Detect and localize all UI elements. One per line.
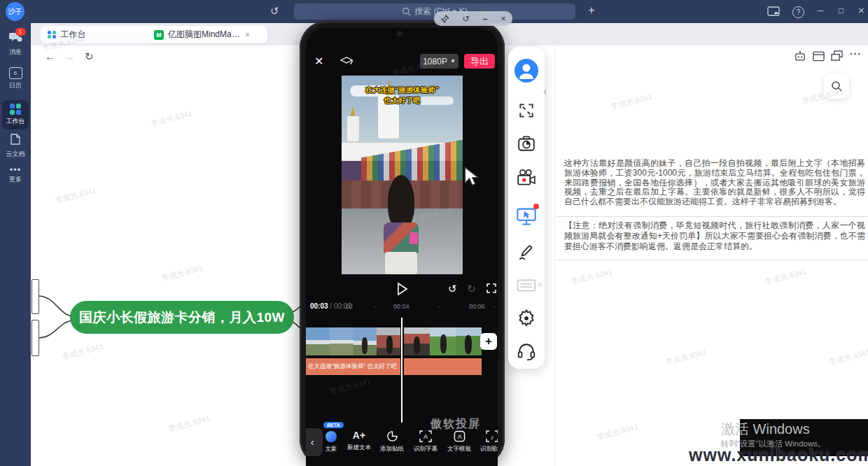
window-maximize-button[interactable]: □: [839, 6, 844, 16]
workbench-icon: [10, 104, 21, 115]
chevron-down-icon: ▼: [450, 58, 456, 64]
tool-auto-captions[interactable]: A 识别字幕: [410, 430, 442, 453]
help-icon[interactable]: ?: [792, 6, 804, 18]
ruler-dot: ·: [493, 303, 496, 310]
editor-close-icon[interactable]: ✕: [314, 55, 323, 68]
sidebar-item-more[interactable]: ••• 更多: [0, 167, 31, 184]
mindmap-note-paragraph-1[interactable]: 这种方法最好是颜值高的妹子，自己拍一段自拍视频，最后附上文字（本地招募旅游体验师…: [564, 159, 865, 207]
subtitle-segment-1[interactable]: 在大连做“旅游体验师” 也太好了吧: [306, 358, 400, 375]
timeline-clip-1[interactable]: [306, 327, 400, 355]
account-button[interactable]: [508, 59, 545, 83]
phone-camera-dot: [397, 31, 402, 36]
tab-mindmaster[interactable]: M 亿图脑图MindMaster ×: [148, 26, 267, 43]
calendar-icon: 6: [9, 67, 22, 79]
copywriting-icon: [326, 431, 337, 442]
export-button[interactable]: 导出: [464, 54, 495, 69]
fullscreen-preview-icon[interactable]: [486, 283, 496, 296]
mindmap-central-topic[interactable]: 国庆小长假旅游卡分销，月入10W: [70, 301, 294, 334]
settings-gear-icon[interactable]: [508, 309, 545, 328]
lyrics-recognize-icon: ♪: [486, 430, 498, 442]
ruler-dot: ·: [374, 303, 376, 310]
beta-badge: BETA: [323, 422, 344, 428]
video-preview[interactable]: 在大连做“旅游体验师” 也太好了吧: [342, 76, 463, 274]
search-icon: [831, 80, 842, 92]
redo-icon[interactable]: ↻: [467, 283, 476, 295]
sidebar-item-messages[interactable]: 1 消息: [0, 31, 31, 57]
fullscreen-icon[interactable]: [508, 101, 545, 120]
cloud-doc-icon: [10, 134, 21, 148]
mirror-close-icon[interactable]: ×: [500, 14, 505, 24]
tool-lyrics-recognize[interactable]: ♪ 识别歌词: [476, 430, 498, 453]
add-text-icon: A+: [353, 430, 365, 441]
phone-mirror-window: ✕ 1080P ▼ 导出 在大连做“旅游体验师” 也太好了: [300, 21, 505, 466]
remote-control-icon[interactable]: [508, 206, 545, 229]
sidebar-item-clouddocs[interactable]: 云文档: [0, 134, 31, 159]
window-close-button[interactable]: ×: [858, 5, 864, 15]
mirror-app-watermark: 傲软投屏: [430, 417, 481, 432]
tutorial-icon[interactable]: [340, 55, 354, 70]
subtitle-segment-2[interactable]: [404, 358, 482, 375]
video-caption-line2: 也太好了吧: [342, 96, 463, 106]
pink-bag: [410, 232, 418, 244]
keyboard-icon[interactable]: ᐱ: [508, 278, 545, 296]
chat-icon: 1: [9, 31, 22, 45]
mirror-toolbar-panel: ᐱ: [508, 47, 545, 369]
video-caption-line1: 在大连做“旅游体验师”: [342, 85, 463, 95]
mouse-cursor: [463, 167, 480, 188]
playhead[interactable]: [401, 318, 402, 423]
person-hair: [388, 175, 414, 230]
user-avatar[interactable]: 沙子: [6, 2, 24, 21]
rotate-icon[interactable]: ↺: [463, 14, 470, 24]
notification-dot: [533, 204, 539, 209]
sticker-icon: [386, 430, 398, 442]
history-icon[interactable]: ↺: [270, 6, 279, 16]
support-headset-icon[interactable]: [508, 342, 545, 361]
mirror-window-controls: ↺ – ×: [434, 11, 512, 26]
undo-icon[interactable]: ↺: [448, 283, 457, 295]
whiteboard-brush-icon[interactable]: [508, 244, 545, 262]
timeline-clip-2[interactable]: [404, 327, 482, 355]
mindmap-collapsed-node[interactable]: [31, 279, 39, 314]
site-watermark: www.xunibaoku.com: [689, 445, 868, 465]
svg-text:A: A: [457, 433, 461, 440]
announcement-icon[interactable]: [767, 6, 780, 20]
resolution-dropdown[interactable]: 1080P ▼: [420, 54, 458, 69]
new-tab-button[interactable]: +: [588, 5, 595, 15]
account-avatar-icon: [514, 59, 538, 83]
mindmap-collapsed-node[interactable]: [31, 320, 39, 356]
ruler-dot: ·: [438, 303, 440, 310]
caption-recognize-icon: A: [419, 430, 432, 442]
message-badge: 1: [15, 28, 26, 36]
pin-icon[interactable]: [441, 15, 449, 23]
svg-text:♪: ♪: [491, 434, 494, 441]
ruler-tick: 02: [346, 303, 353, 310]
text-template-icon: A: [454, 430, 465, 442]
record-camcorder-icon[interactable]: [508, 169, 545, 187]
tool-sticker[interactable]: 添加贴纸: [376, 430, 408, 453]
mindmap-note-paragraph-2[interactable]: 【注意：绝对没有强制消费，毕竟短视频时代，旅行社敢强制消费，人家一个视频旅游局就…: [564, 220, 865, 252]
mindmaster-icon: M: [154, 30, 164, 40]
sidebar-item-calendar[interactable]: 6 日历: [0, 67, 31, 90]
screenshot-camera-icon[interactable]: [508, 135, 545, 152]
tool-text-template[interactable]: A 文字模板: [443, 430, 475, 453]
panel-collapse-arrow[interactable]: ‹: [543, 85, 547, 98]
add-clip-button[interactable]: +: [480, 333, 497, 350]
search-icon: [402, 7, 411, 16]
windows-activation-title: 激活 Windows: [721, 420, 810, 439]
chevron-up-icon: ᐱ: [538, 282, 542, 288]
tab-close-icon[interactable]: ×: [245, 30, 250, 40]
phone-screen: ✕ 1080P ▼ 导出 在大连做“旅游体验师” 也太好了: [306, 28, 498, 466]
ruler-tick: 00:06: [469, 303, 485, 310]
workbench-tab-icon: [48, 31, 56, 39]
sidebar-item-workbench[interactable]: 工作台: [2, 100, 29, 129]
ruler-tick: 00:04: [393, 303, 410, 310]
play-button[interactable]: [396, 282, 409, 299]
window-minimize-button[interactable]: –: [818, 4, 823, 15]
tab-workbench[interactable]: 工作台: [41, 26, 157, 43]
svg-text:A: A: [424, 433, 428, 440]
mirror-minimize-icon[interactable]: –: [483, 14, 488, 24]
app-sidebar: 1 消息 6 日历 工作台 云文档 ••• 更多: [0, 23, 31, 466]
more-dots-icon: •••: [10, 167, 22, 173]
tool-new-text[interactable]: A+ 新建文本: [343, 430, 375, 452]
canvas-search-button[interactable]: [824, 73, 849, 99]
